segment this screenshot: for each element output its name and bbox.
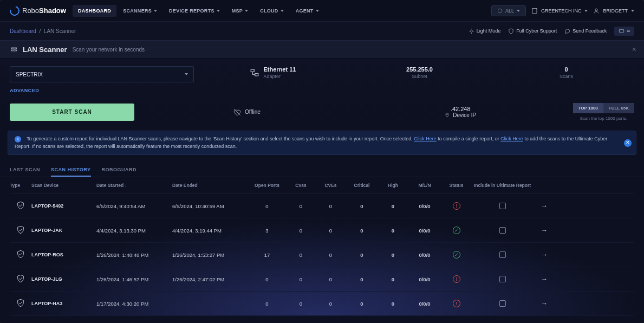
notifications-button[interactable]: ∞ [614, 27, 634, 36]
nav-msp[interactable]: MSP [226, 5, 253, 17]
scanner-icon [10, 46, 18, 53]
top-1000-button[interactable]: TOP 1000 [573, 103, 603, 113]
svg-rect-12 [251, 69, 254, 72]
nav-right: ALL GREENTECH INC BRIDGETT [491, 5, 634, 16]
col-include: Include in Ultimate Report [471, 183, 534, 188]
banner-close-icon[interactable]: ✕ [624, 139, 632, 147]
device-select[interactable]: SPECTRIX [10, 66, 194, 82]
status-warn-icon: ! [453, 300, 460, 307]
advanced-link[interactable]: ADVANCED [10, 88, 194, 93]
chevron-down-icon [185, 73, 188, 75]
top-nav: RoboShadow DASHBOARD SCANNERS DEVICE REP… [0, 0, 644, 22]
type-cell [10, 201, 31, 211]
col-status: Status [441, 183, 471, 188]
high-cell: 0 [378, 252, 408, 258]
col-action [534, 183, 555, 188]
high-cell: 0 [378, 203, 408, 209]
include-cell [471, 251, 534, 258]
chevron-down-icon [245, 10, 248, 12]
shield-icon [16, 274, 25, 283]
shield-icon [16, 249, 25, 259]
tab-last-scan[interactable]: LAST SCAN [10, 164, 40, 177]
shield-icon [16, 298, 25, 308]
nav-cloud[interactable]: CLOUD [255, 5, 289, 17]
support-link[interactable]: Full Cyber Support [508, 28, 557, 34]
tab-roboguard[interactable]: ROBOGUARD [102, 164, 137, 177]
include-checkbox[interactable] [499, 276, 506, 282]
start-scan-button[interactable]: START SCAN [10, 104, 134, 121]
logo-icon [8, 4, 22, 17]
include-checkbox[interactable] [499, 227, 506, 234]
org-select[interactable]: GREENTECH INC [531, 8, 588, 14]
logo[interactable]: RoboShadow [10, 6, 66, 16]
status-cell: ! [441, 275, 471, 283]
include-checkbox[interactable] [499, 251, 506, 258]
table-row: LAPTOP-ROS 1/26/2024, 1:48:48 PM 1/26/20… [10, 243, 634, 267]
started-cell: 6/5/2024, 9:40:54 AM [96, 203, 172, 209]
row-expand-button[interactable]: → [534, 227, 555, 234]
mln-cell: 0/0/0 [408, 276, 441, 282]
nav-agent[interactable]: AGENT [290, 5, 324, 17]
tab-scan-history[interactable]: SCAN HISTORY [51, 164, 91, 177]
row-expand-button[interactable]: → [534, 275, 555, 283]
col-critical: Critical [346, 183, 378, 188]
user-select[interactable]: BRIDGETT [593, 8, 634, 14]
include-checkbox[interactable] [499, 300, 506, 307]
device-cell: LAPTOP-HA3 [31, 301, 96, 306]
col-mln: M/L/N [408, 183, 441, 188]
cvss-cell: 0 [286, 228, 316, 234]
svg-rect-0 [532, 8, 537, 13]
heart-off-icon [233, 108, 242, 117]
full-65k-button[interactable]: FULL 65K [603, 103, 634, 113]
info-icon: i [15, 136, 21, 143]
nav-scanners[interactable]: SCANNERS [118, 5, 162, 17]
table-row: LAPTOP-JAK 4/4/2024, 3:13:30 PM 4/4/2024… [10, 218, 634, 243]
high-cell: 0 [378, 228, 408, 234]
chevron-down-icon [584, 10, 588, 12]
svg-rect-11 [12, 50, 17, 51]
subnet-stat: 255.255.0 Subnet [352, 66, 487, 79]
row-expand-button[interactable]: → [534, 202, 555, 210]
light-mode-toggle[interactable]: Light Mode [469, 28, 501, 34]
col-started[interactable]: Date Started ↓ [96, 183, 172, 188]
row-expand-button[interactable]: → [534, 300, 555, 307]
nav-device-reports[interactable]: DEVICE REPORTS [164, 5, 225, 17]
status-ok-icon: ✓ [453, 251, 460, 259]
cvss-cell: 0 [286, 252, 316, 258]
ports-cell: 0 [248, 203, 286, 209]
scans-stat: 0 Scans [498, 66, 634, 79]
ports-cell: 3 [248, 228, 286, 234]
banner-link-1[interactable]: Click Here [414, 136, 437, 141]
filter-all-button[interactable]: ALL [491, 5, 526, 16]
refresh-icon [497, 8, 503, 14]
include-checkbox[interactable] [499, 203, 506, 209]
nav-dashboard[interactable]: DASHBOARD [73, 5, 116, 17]
ended-cell: 1/26/2024, 1:53:27 PM [172, 252, 248, 258]
device-cell: LAPTOP-JLG [31, 276, 96, 282]
breadcrumb-root[interactable]: Dashboard [10, 28, 36, 34]
started-cell: 4/4/2024, 3:13:30 PM [96, 228, 172, 234]
mln-cell: 0/0/0 [408, 203, 441, 209]
svg-point-17 [447, 114, 448, 115]
shield-icon [16, 201, 25, 210]
breadcrumb: Dashboard / LAN Scanner [10, 28, 76, 34]
cves-cell: 0 [316, 301, 346, 307]
cvss-cell: 0 [286, 276, 316, 282]
col-cves: CVEs [316, 183, 346, 188]
subheader: Dashboard / LAN Scanner Light Mode Full … [0, 22, 644, 40]
banner-link-2[interactable]: Click Here [500, 136, 523, 141]
svg-point-3 [595, 9, 597, 11]
close-icon[interactable]: × [632, 45, 636, 54]
offline-status: Offline [145, 108, 348, 117]
page-subtitle: Scan your network in seconds [73, 47, 145, 53]
send-feedback-link[interactable]: Send Feedback [564, 28, 607, 34]
ports-cell: 0 [248, 276, 286, 282]
cvss-cell: 0 [286, 301, 316, 307]
shield-icon [16, 225, 25, 235]
subhead-right: Light Mode Full Cyber Support Send Feedb… [469, 27, 634, 36]
device-cell: LAPTOP-JAK [31, 228, 96, 233]
row-expand-button[interactable]: → [534, 251, 555, 259]
type-cell [10, 274, 31, 285]
device-cell: LAPTOP-5492 [31, 203, 96, 209]
status-cell: ! [441, 300, 471, 307]
